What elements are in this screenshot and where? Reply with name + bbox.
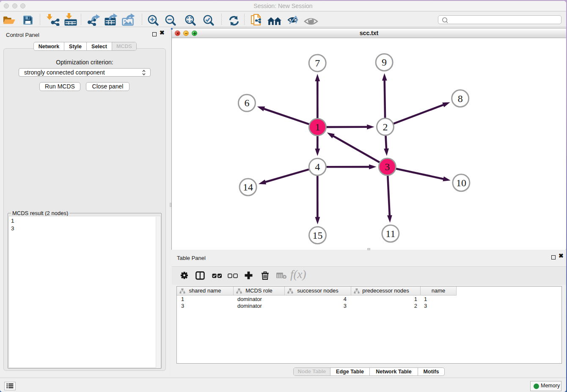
svg-text:8: 8 [458, 93, 463, 104]
svg-text:11: 11 [385, 228, 395, 239]
svg-text:3: 3 [385, 161, 390, 172]
svg-text:4: 4 [315, 161, 320, 172]
svg-text:7: 7 [315, 58, 320, 69]
svg-text:9: 9 [382, 57, 387, 68]
svg-text:10: 10 [456, 177, 466, 188]
svg-text:6: 6 [244, 97, 249, 108]
svg-text:1: 1 [315, 121, 320, 133]
svg-text:14: 14 [243, 182, 253, 193]
svg-text:2: 2 [383, 121, 388, 133]
svg-text:15: 15 [313, 230, 323, 241]
